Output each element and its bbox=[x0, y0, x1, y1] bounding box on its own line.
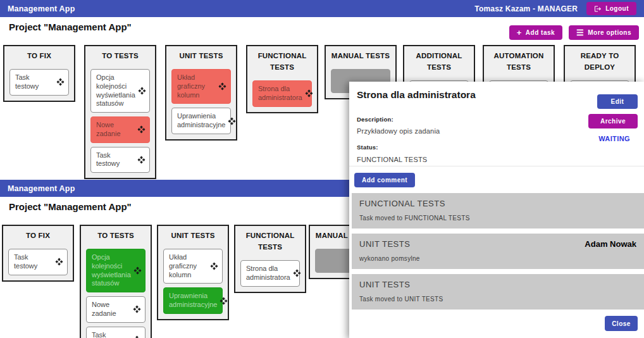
kanban-column: UNIT TESTSUkład graficzny kolumnUprawnie… bbox=[165, 45, 237, 141]
user-name: Tomasz Kazam - MANAGER bbox=[474, 4, 578, 13]
comment-body: Task moved to FUNCTIONAL TESTS bbox=[359, 215, 636, 222]
drag-handle-icon[interactable] bbox=[293, 269, 301, 277]
kanban-column: UNIT TESTSUkład graficzny kolumnUprawnie… bbox=[157, 225, 229, 320]
comment-list: FUNCTIONAL TESTSTask moved to FUNCTIONAL… bbox=[352, 193, 644, 315]
status-label: Status: bbox=[357, 144, 378, 151]
task-card-label: Opcja kolejności wyświetlania statusów bbox=[96, 73, 135, 108]
drag-handle-icon[interactable] bbox=[137, 125, 146, 134]
drag-handle-icon[interactable] bbox=[228, 117, 236, 125]
logout-button[interactable]: Logout bbox=[586, 2, 636, 15]
drag-handle-icon[interactable] bbox=[138, 87, 146, 95]
drag-handle-icon[interactable] bbox=[137, 156, 146, 164]
comment-body: Task moved to UNIT TESTS bbox=[359, 296, 636, 303]
task-card[interactable]: Uprawnienia administracyjne bbox=[163, 287, 223, 314]
task-card-label: Nowe zadanie bbox=[92, 301, 130, 318]
drag-handle-icon[interactable] bbox=[220, 297, 228, 305]
task-card[interactable]: Task testowy bbox=[8, 249, 68, 275]
app-title: Management App bbox=[8, 4, 75, 13]
task-card-label: Task testowy bbox=[15, 73, 54, 91]
column-title: UNIT TESTS bbox=[171, 50, 231, 61]
archive-button[interactable]: Archive bbox=[588, 114, 638, 128]
drag-handle-icon[interactable] bbox=[56, 78, 65, 86]
task-card[interactable]: Nowe zadanie bbox=[86, 296, 146, 323]
task-card[interactable]: Układ graficzny kolumn bbox=[171, 69, 231, 104]
app-header-right: Tomasz Kazam - MANAGER Logout bbox=[474, 2, 636, 15]
comment-status-title: UNIT TESTS bbox=[359, 280, 410, 289]
comment-status-title: UNIT TESTS bbox=[359, 239, 410, 249]
app-header: Management App Tomasz Kazam - MANAGER Lo… bbox=[0, 0, 644, 17]
comment-head: FUNCTIONAL TESTS bbox=[359, 199, 636, 208]
more-options-button[interactable]: ☰ More options bbox=[569, 25, 639, 40]
status-badge: WAITING bbox=[598, 135, 630, 142]
task-card[interactable]: Opcja kolejności wyświetlania statusów bbox=[86, 249, 146, 292]
add-task-button[interactable]: + Add task bbox=[509, 25, 562, 40]
column-title: FUNCTIONAL TESTS bbox=[252, 50, 312, 73]
task-card-label: Strona dla administratora bbox=[258, 85, 302, 103]
drag-handle-icon[interactable] bbox=[210, 262, 218, 270]
drag-handle-icon[interactable] bbox=[305, 89, 313, 97]
kanban-column: FUNCTIONAL TESTSStrona dla administrator… bbox=[246, 45, 318, 113]
kanban-column: FUNCTIONAL TESTSStrona dla administrator… bbox=[234, 225, 306, 293]
menu-icon: ☰ bbox=[576, 28, 584, 37]
task-card[interactable]: Opcja kolejności wyświetlania statusów bbox=[90, 69, 150, 113]
task-card-label: Task testowy bbox=[14, 253, 53, 271]
task-card[interactable]: Uprawnienia administracyjne bbox=[171, 108, 231, 134]
comment-item: FUNCTIONAL TESTSTask moved to FUNCTIONAL… bbox=[352, 193, 644, 228]
task-card[interactable]: Task testowy bbox=[90, 147, 150, 173]
close-button[interactable]: Close bbox=[605, 316, 638, 331]
more-options-label: More options bbox=[588, 29, 631, 36]
task-card-label: Nowe zadanie bbox=[96, 121, 135, 139]
comment-head: UNIT TESTS bbox=[359, 280, 636, 289]
edit-button[interactable]: Edit bbox=[597, 94, 638, 109]
comment-body: wykonano pomsylne bbox=[359, 255, 636, 262]
column-title: FUNCTIONAL TESTS bbox=[240, 230, 300, 253]
description-label: Description: bbox=[357, 116, 393, 123]
task-card[interactable]: Task testowy bbox=[86, 327, 146, 338]
toolbar: + Add task ☰ More options bbox=[509, 25, 639, 40]
kanban-column: TO FIXTask testowy bbox=[2, 225, 74, 282]
column-title: TO FIX bbox=[8, 230, 68, 241]
column-title: MANUAL TESTS bbox=[331, 50, 390, 61]
description-value: Przykładowy opis zadania bbox=[357, 127, 440, 135]
drag-handle-icon[interactable] bbox=[133, 305, 141, 313]
drag-handle-icon[interactable] bbox=[133, 335, 141, 338]
task-card-label: Task testowy bbox=[92, 331, 130, 338]
comment-item: UNIT TESTSTask moved to UNIT TESTS bbox=[352, 274, 644, 310]
add-task-label: Add task bbox=[526, 29, 555, 36]
plus-icon: + bbox=[517, 28, 522, 37]
task-card-label: Układ graficzny kolumn bbox=[177, 73, 216, 99]
task-card[interactable]: Strona dla administratora bbox=[252, 80, 312, 107]
task-details-modal: Strona dla administratora Edit Archive W… bbox=[349, 82, 644, 338]
kanban-column: TO FIXTask testowy bbox=[3, 45, 75, 102]
task-card[interactable]: Nowe zadanie bbox=[90, 116, 150, 143]
logout-label: Logout bbox=[605, 5, 629, 12]
column-title: AUTOMATION TESTS bbox=[489, 50, 548, 73]
page-title: Project "Management App" bbox=[9, 22, 132, 32]
drag-handle-icon[interactable] bbox=[55, 258, 63, 266]
comment-item: UNIT TESTSAdam Nowakwykonano pomsylne bbox=[352, 234, 644, 269]
kanban-column: TO TESTSOpcja kolejności wyświetlania st… bbox=[84, 45, 156, 179]
comment-status-title: FUNCTIONAL TESTS bbox=[359, 199, 445, 208]
column-title: ADDITIONAL TESTS bbox=[409, 50, 469, 73]
status-value: FUNCTIONAL TESTS bbox=[357, 156, 427, 163]
comment-author: Adam Nowak bbox=[585, 239, 636, 249]
task-card[interactable]: Task testowy bbox=[9, 69, 69, 96]
drag-handle-icon[interactable] bbox=[218, 82, 226, 91]
kanban-column: TO TESTSOpcja kolejności wyświetlania st… bbox=[80, 225, 152, 338]
divider bbox=[349, 166, 644, 166]
add-comment-button[interactable]: Add comment bbox=[354, 173, 415, 187]
task-card-label: Opcja kolejności wyświetlania statusów bbox=[92, 253, 131, 288]
app-title: Management App bbox=[8, 184, 75, 193]
task-card[interactable]: Układ graficzny kolumn bbox=[163, 249, 223, 284]
logout-icon bbox=[594, 5, 602, 13]
page-title: Project "Management App" bbox=[9, 201, 132, 212]
column-title: TO TESTS bbox=[86, 230, 146, 241]
drag-handle-icon[interactable] bbox=[133, 266, 142, 275]
task-card-label: Task testowy bbox=[96, 151, 135, 169]
comment-head: UNIT TESTSAdam Nowak bbox=[359, 239, 636, 249]
task-card-label: Uprawnienia administracyjne bbox=[169, 292, 217, 310]
task-card-label: Układ graficzny kolumn bbox=[169, 253, 207, 279]
task-card[interactable]: Strona dla administratora bbox=[240, 260, 300, 287]
modal-title: Strona dla administratora bbox=[357, 89, 476, 101]
column-title: TO TESTS bbox=[90, 50, 150, 61]
